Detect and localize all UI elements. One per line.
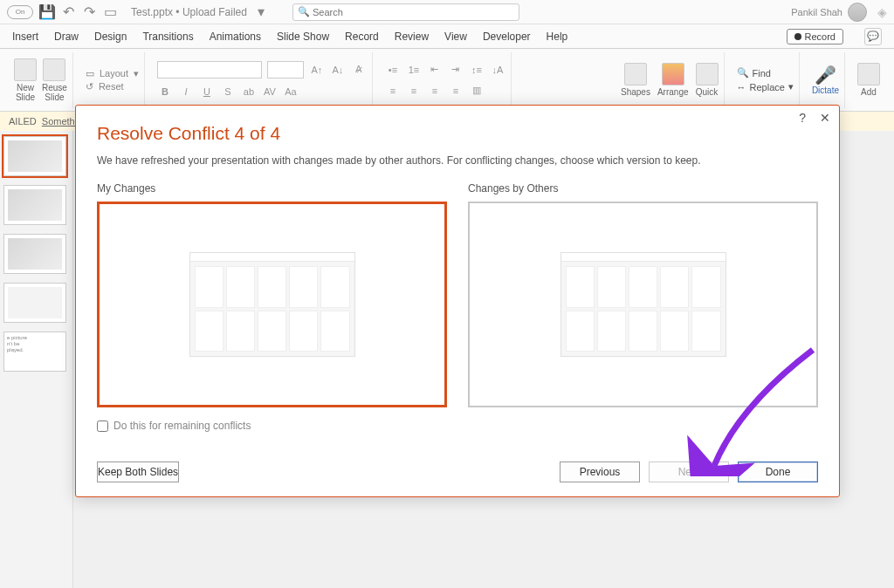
- undo-icon[interactable]: ↶: [61, 5, 75, 19]
- slide-thumbnail-3[interactable]: [3, 234, 66, 274]
- autosave-toggle[interactable]: On: [7, 5, 33, 19]
- account-area[interactable]: Pankil Shah ◈: [791, 3, 887, 22]
- text-direction-icon[interactable]: ↓A: [490, 62, 505, 78]
- new-slide-button[interactable]: New Slide: [14, 58, 37, 102]
- comments-button[interactable]: 💬: [864, 28, 882, 45]
- keep-both-button[interactable]: Keep Both Slides: [97, 462, 179, 482]
- done-button[interactable]: Done: [738, 462, 818, 482]
- tab-draw[interactable]: Draw: [54, 31, 79, 43]
- decrease-font-icon[interactable]: A↓: [330, 62, 346, 78]
- font-family-select[interactable]: [157, 61, 262, 79]
- record-button[interactable]: Record: [787, 29, 843, 44]
- upload-failed-label: AILED: [9, 116, 37, 126]
- resolve-conflict-dialog: ? ✕ Resolve Conflict 4 of 4 We have refr…: [75, 105, 840, 497]
- layout-button[interactable]: ▭ Layout ▾: [86, 68, 139, 79]
- shadow-icon[interactable]: ab: [241, 84, 257, 99]
- bold-icon[interactable]: B: [157, 84, 173, 99]
- slide-thumbnail-4[interactable]: [3, 283, 66, 323]
- start-show-icon[interactable]: ▭: [103, 5, 117, 19]
- mic-icon: 🎤: [815, 65, 836, 85]
- columns-icon[interactable]: ▥: [469, 83, 485, 99]
- tab-record[interactable]: Record: [345, 31, 379, 43]
- addins-button[interactable]: Add: [857, 63, 880, 97]
- arrange-button[interactable]: Arrange: [657, 63, 689, 97]
- case-icon[interactable]: Aa: [283, 84, 299, 99]
- username-label: Pankil Shah: [791, 7, 842, 17]
- strike-icon[interactable]: S: [220, 84, 236, 99]
- slide-thumbnail-5[interactable]: e picture n't be played.: [3, 332, 66, 372]
- save-icon[interactable]: 💾: [40, 5, 54, 19]
- dialog-subtitle: We have refreshed your presentation with…: [97, 154, 818, 167]
- clear-format-icon[interactable]: A̷: [351, 62, 367, 78]
- reset-button[interactable]: ↺ Reset: [86, 81, 139, 92]
- others-changes-label: Changes by Others: [468, 182, 818, 195]
- search-icon: 🔍: [298, 6, 310, 17]
- tab-review[interactable]: Review: [395, 31, 429, 43]
- title-bar: On 💾 ↶ ↷ ▭ Test.pptx • Upload Failed ▾ 🔍…: [0, 0, 894, 24]
- tab-transitions[interactable]: Transitions: [142, 31, 193, 43]
- tab-help[interactable]: Help: [547, 31, 568, 43]
- spacing-icon[interactable]: AV: [262, 84, 278, 99]
- dialog-title: Resolve Conflict 4 of 4: [97, 123, 818, 144]
- slide-thumbnail-2[interactable]: [3, 185, 66, 225]
- tab-slideshow[interactable]: Slide Show: [277, 31, 329, 43]
- avatar[interactable]: [848, 3, 867, 22]
- document-title: Test.pptx • Upload Failed: [131, 6, 247, 18]
- title-dropdown-icon[interactable]: ▾: [254, 5, 268, 19]
- search-box[interactable]: 🔍: [292, 3, 519, 21]
- premium-icon[interactable]: ◈: [877, 5, 887, 19]
- redo-icon[interactable]: ↷: [82, 5, 96, 19]
- my-changes-preview[interactable]: [97, 202, 447, 407]
- do-remaining-checkbox[interactable]: [97, 420, 108, 432]
- align-center-icon[interactable]: ≡: [406, 83, 422, 99]
- slide-thumbnails-panel: e picture n't be played.: [0, 131, 73, 588]
- increase-font-icon[interactable]: A↑: [309, 62, 325, 78]
- ribbon-tabs: Insert Draw Design Transitions Animation…: [0, 24, 894, 49]
- numbering-icon[interactable]: 1≡: [406, 62, 422, 78]
- shapes-button[interactable]: Shapes: [621, 63, 650, 97]
- ribbon-content: New Slide Reuse Slide ▭ Layout ▾ ↺ Reset…: [0, 49, 894, 112]
- replace-button[interactable]: ↔ Replace ▾: [737, 81, 794, 92]
- slide-thumbnail-1[interactable]: [3, 136, 66, 176]
- tab-design[interactable]: Design: [94, 31, 127, 43]
- justify-icon[interactable]: ≡: [448, 83, 464, 99]
- font-size-select[interactable]: [267, 61, 304, 79]
- do-remaining-label: Do this for remaining conflicts: [113, 420, 251, 432]
- search-input[interactable]: [292, 3, 519, 21]
- previous-button[interactable]: Previous: [560, 462, 640, 482]
- bullets-icon[interactable]: •≡: [385, 62, 401, 78]
- others-changes-preview[interactable]: [468, 202, 818, 407]
- indent-right-icon[interactable]: ⇥: [448, 62, 464, 78]
- align-right-icon[interactable]: ≡: [427, 83, 443, 99]
- tab-developer[interactable]: Developer: [483, 31, 531, 43]
- find-button[interactable]: 🔍 Find: [737, 67, 794, 79]
- italic-icon[interactable]: I: [178, 84, 194, 99]
- dialog-close-button[interactable]: ✕: [820, 111, 830, 125]
- quick-styles-button[interactable]: Quick: [696, 63, 719, 97]
- underline-icon[interactable]: U: [199, 84, 215, 99]
- tab-animations[interactable]: Animations: [210, 31, 261, 43]
- tab-insert[interactable]: Insert: [12, 31, 38, 43]
- tab-view[interactable]: View: [444, 31, 467, 43]
- indent-left-icon[interactable]: ⇤: [427, 62, 443, 78]
- record-dot-icon: [794, 33, 801, 40]
- next-button[interactable]: Next: [649, 462, 729, 482]
- align-left-icon[interactable]: ≡: [385, 83, 401, 99]
- dictate-button[interactable]: 🎤Dictate: [812, 65, 839, 95]
- line-spacing-icon[interactable]: ↕≡: [469, 62, 485, 78]
- my-changes-label: My Changes: [97, 182, 447, 195]
- reuse-slides-button[interactable]: Reuse Slide: [42, 58, 67, 102]
- dialog-help-button[interactable]: ?: [799, 111, 806, 125]
